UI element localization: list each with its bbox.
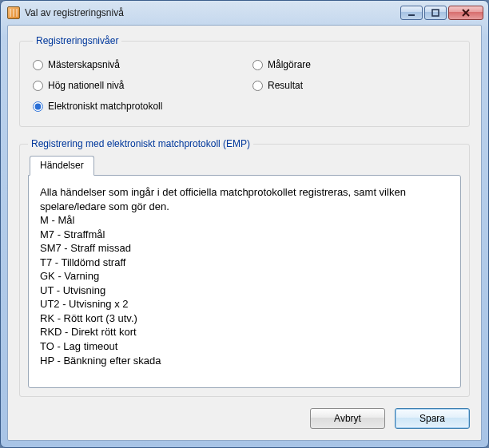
svg-rect-1 bbox=[432, 10, 439, 16]
close-icon bbox=[461, 9, 471, 17]
radio-input[interactable] bbox=[33, 101, 43, 112]
groupbox-emp: Registrering med elektroniskt matchproto… bbox=[19, 138, 470, 397]
radio-input[interactable] bbox=[252, 60, 263, 70]
maximize-icon bbox=[431, 9, 439, 17]
radio-label: Hög nationell nivå bbox=[48, 80, 124, 91]
groupbox-legend: Registreringsnivåer bbox=[33, 35, 121, 46]
emp-event-line: UT - Utvisning bbox=[40, 283, 449, 298]
tabstrip: Händelser bbox=[28, 156, 461, 176]
emp-intro-text: Alla händelser som ingår i det officiell… bbox=[40, 185, 449, 213]
emp-event-line: M7 - Straffmål bbox=[40, 228, 449, 242]
minimize-icon bbox=[408, 9, 415, 17]
groupbox-emp-legend: Registrering med elektroniskt matchproto… bbox=[28, 138, 253, 149]
emp-event-line: GK - Varning bbox=[40, 269, 449, 283]
emp-event-line: UT2 - Utvisning x 2 bbox=[40, 297, 449, 311]
emp-event-line: RK - Rött kort (3 utv.) bbox=[40, 311, 449, 326]
window-title: Val av registreringsnivå bbox=[25, 7, 400, 18]
save-button[interactable]: Spara bbox=[395, 408, 470, 429]
emp-event-line: HP - Bänkning efter skada bbox=[40, 354, 449, 368]
tab-handelser[interactable]: Händelser bbox=[30, 156, 94, 176]
radio-label: Mästerskapsnivå bbox=[48, 59, 120, 70]
emp-event-line: TO - Lag timeout bbox=[40, 339, 449, 354]
emp-event-line: M - Mål bbox=[40, 213, 449, 228]
radio-label: Målgörare bbox=[268, 59, 311, 70]
radio-grid: Mästerskapsnivå Målgörare Hög nationell … bbox=[33, 57, 456, 112]
window-buttons bbox=[400, 6, 483, 20]
emp-event-line: SM7 - Straff missad bbox=[40, 241, 449, 256]
window-frame: Val av registreringsnivå bbox=[0, 0, 489, 448]
radio-input[interactable] bbox=[33, 60, 43, 70]
radio-malgorare[interactable]: Målgörare bbox=[252, 59, 456, 70]
client-area: Registreringsnivåer Mästerskapsnivå Målg… bbox=[7, 25, 482, 441]
groupbox-registration-levels: Registreringsnivåer Mästerskapsnivå Målg… bbox=[19, 35, 470, 127]
radio-label: Elektroniskt matchprotokoll bbox=[48, 101, 162, 112]
minimize-button[interactable] bbox=[400, 6, 423, 20]
titlebar: Val av registreringsnivå bbox=[1, 1, 488, 25]
svg-rect-0 bbox=[408, 14, 415, 16]
app-icon bbox=[7, 6, 20, 19]
radio-resultat[interactable]: Resultat bbox=[252, 80, 456, 91]
radio-input[interactable] bbox=[33, 81, 43, 91]
maximize-button[interactable] bbox=[424, 6, 447, 20]
radio-masterskapsniva[interactable]: Mästerskapsnivå bbox=[33, 59, 237, 70]
emp-event-line: RKD - Direkt rött kort bbox=[40, 325, 449, 339]
cancel-button[interactable]: Avbryt bbox=[310, 408, 385, 429]
close-button[interactable] bbox=[448, 6, 483, 20]
radio-label: Resultat bbox=[268, 80, 303, 91]
tab-content: Alla händelser som ingår i det officiell… bbox=[28, 175, 461, 388]
radio-input[interactable] bbox=[252, 81, 263, 91]
footer-buttons: Avbryt Spara bbox=[19, 406, 470, 429]
emp-event-line: T7 - Tilldömd straff bbox=[40, 256, 449, 270]
emp-event-list: M - MålM7 - StraffmålSM7 - Straff missad… bbox=[40, 213, 449, 367]
radio-elektroniskt-matchprotokoll[interactable]: Elektroniskt matchprotokoll bbox=[33, 101, 237, 112]
radio-hog-nationell-niva[interactable]: Hög nationell nivå bbox=[33, 80, 237, 91]
